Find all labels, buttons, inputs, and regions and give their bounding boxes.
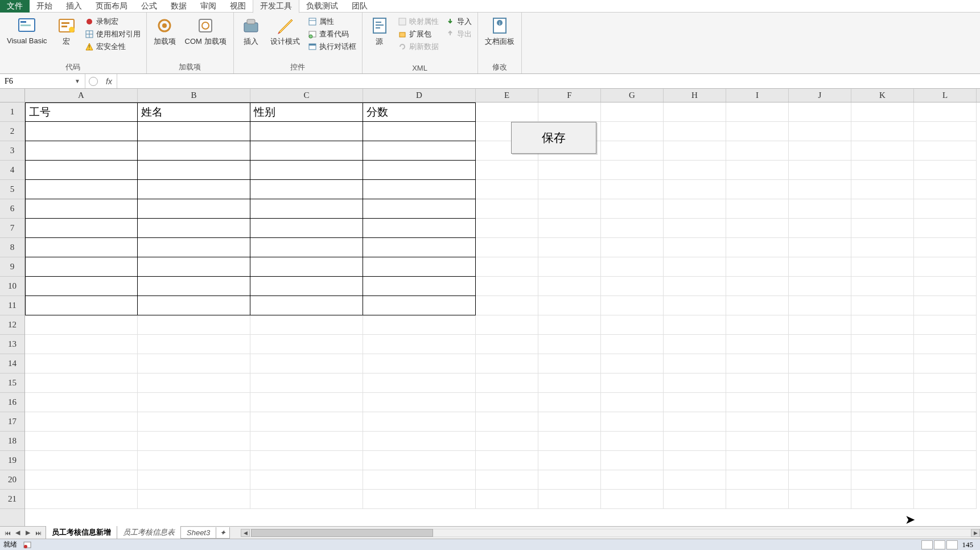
cell-B9[interactable] [138,257,250,277]
visual-basic-button[interactable]: Visual Basic [3,15,51,46]
cell-H14[interactable] [664,354,726,373]
cell-G1[interactable] [601,102,664,122]
cell-J6[interactable] [789,199,851,219]
cell-H17[interactable] [664,412,726,432]
cell-B2[interactable] [138,122,250,141]
cell-C4[interactable] [250,161,363,180]
cell-I17[interactable] [726,412,789,432]
cell-C11[interactable] [250,296,363,315]
name-box-dropdown-icon[interactable]: ▼ [75,78,80,84]
cell-F20[interactable] [538,470,601,490]
cell-I5[interactable] [726,180,789,199]
cell-L9[interactable] [914,257,977,277]
col-header-I[interactable]: I [726,89,789,102]
cell-C19[interactable] [250,451,363,470]
cancel-formula-icon[interactable] [89,77,98,86]
cell-J12[interactable] [789,315,851,335]
cell-E4[interactable] [476,161,538,180]
cell-F18[interactable] [538,432,601,451]
cell-K10[interactable] [851,277,914,296]
cell-A3[interactable] [25,141,138,161]
cell-E16[interactable] [476,393,538,412]
row-header-18[interactable]: 18 [0,432,24,451]
properties-button[interactable]: 属性 [306,16,359,27]
cell-H19[interactable] [664,451,726,470]
cell-E15[interactable] [476,373,538,393]
cell-H16[interactable] [664,393,726,412]
cell-G18[interactable] [601,432,664,451]
cell-I13[interactable] [726,335,789,354]
cell-B16[interactable] [138,393,250,412]
cell-G17[interactable] [601,412,664,432]
use-relative-button[interactable]: 使用相对引用 [83,28,143,40]
cell-L11[interactable] [914,296,977,315]
cell-J20[interactable] [789,470,851,490]
cell-B18[interactable] [138,432,250,451]
cell-B12[interactable] [138,315,250,335]
cell-E10[interactable] [476,277,538,296]
cell-A1[interactable]: 工号 [25,102,138,122]
sheet-tab-0[interactable]: 员工考核信息新增 [46,526,117,539]
cell-D12[interactable] [363,315,476,335]
com-addins-button[interactable]: COM 加载项 [182,15,230,48]
col-header-C[interactable]: C [250,89,363,102]
cell-E5[interactable] [476,180,538,199]
cells-grid[interactable]: 工号姓名性别分数 [25,102,980,526]
row-header-1[interactable]: 1 [0,102,24,122]
cell-D15[interactable] [363,373,476,393]
cell-E21[interactable] [476,490,538,509]
addins-button[interactable]: 加载项 [150,15,179,48]
cell-L10[interactable] [914,277,977,296]
cell-C10[interactable] [250,277,363,296]
tab-home[interactable]: 开始 [30,0,59,13]
col-header-K[interactable]: K [851,89,914,102]
cell-F15[interactable] [538,373,601,393]
sheet-tab-1[interactable]: 员工考核信息表 [117,526,181,539]
cell-E17[interactable] [476,412,538,432]
tab-developer[interactable]: 开发工具 [253,0,299,13]
refresh-data-button[interactable]: 刷新数据 [396,41,441,52]
cell-G19[interactable] [601,451,664,470]
cell-H7[interactable] [664,219,726,238]
cell-A21[interactable] [25,490,138,509]
cell-F13[interactable] [538,335,601,354]
cell-A15[interactable] [25,373,138,393]
cell-K21[interactable] [851,490,914,509]
view-page-layout-button[interactable] [934,540,945,549]
cell-I18[interactable] [726,432,789,451]
cell-L6[interactable] [914,199,977,219]
cell-E6[interactable] [476,199,538,219]
cell-K15[interactable] [851,373,914,393]
cell-E13[interactable] [476,335,538,354]
cell-H20[interactable] [664,470,726,490]
select-all-corner[interactable] [0,89,25,102]
row-header-21[interactable]: 21 [0,490,24,509]
cell-E7[interactable] [476,219,538,238]
cell-I8[interactable] [726,238,789,257]
hscroll-right[interactable]: ▶ [971,529,980,537]
cell-F19[interactable] [538,451,601,470]
cell-J7[interactable] [789,219,851,238]
cell-G2[interactable] [601,122,664,141]
cell-J17[interactable] [789,412,851,432]
cell-H18[interactable] [664,432,726,451]
cell-C20[interactable] [250,470,363,490]
col-header-E[interactable]: E [476,89,538,102]
tab-file[interactable]: 文件 [0,0,30,13]
view-page-break-button[interactable] [946,540,958,549]
cell-L13[interactable] [914,335,977,354]
hscroll-thumb[interactable] [251,529,433,537]
record-macro-button[interactable]: 录制宏 [83,16,143,27]
cell-K11[interactable] [851,296,914,315]
formula-input[interactable] [117,74,980,88]
cell-G6[interactable] [601,199,664,219]
cell-L1[interactable] [914,102,977,122]
save-sheet-button[interactable]: 保存 [511,122,596,154]
cell-J15[interactable] [789,373,851,393]
cell-K18[interactable] [851,432,914,451]
cell-A7[interactable] [25,219,138,238]
cell-G8[interactable] [601,238,664,257]
cell-E1[interactable] [476,102,538,122]
cell-H8[interactable] [664,238,726,257]
cell-K7[interactable] [851,219,914,238]
